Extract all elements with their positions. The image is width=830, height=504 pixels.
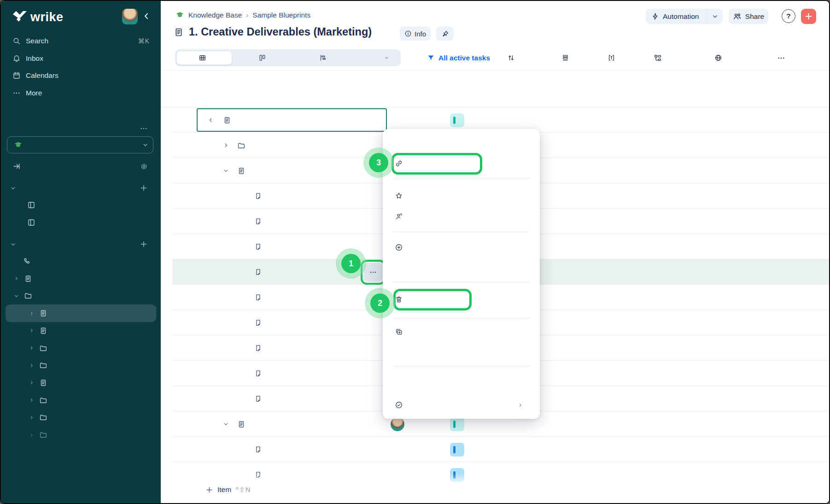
filter-all-active-tasks[interactable]: All active tasks [427, 49, 490, 66]
menu-item-star[interactable] [383, 188, 540, 204]
sidebar-item-4-task-based-ticket-[interactable] [1, 357, 161, 374]
chevron-right-icon [29, 363, 34, 368]
status-badge[interactable] [450, 437, 464, 462]
space-selector[interactable] [7, 136, 153, 153]
sidebar-item-inbox[interactable]: Inbox [1, 50, 161, 67]
status-badge-pill[interactable] [450, 417, 464, 431]
menu-item-save-as-blueprint[interactable] [383, 341, 540, 357]
project-icon [174, 27, 184, 37]
status-badge-pill[interactable] [450, 113, 464, 127]
tab-gantt-chart[interactable] [286, 49, 364, 66]
grad-cap-icon [175, 11, 184, 19]
sidebar-item-search[interactable]: Search⌘K [1, 32, 161, 50]
row-number [175, 411, 193, 437]
menu-divider [393, 318, 530, 318]
share-button[interactable]: Share [729, 9, 768, 24]
dots-icon [140, 124, 148, 133]
menu-divider [393, 282, 530, 282]
chevron-down-icon [14, 293, 19, 299]
board-icon [27, 218, 36, 227]
sidebar-item-space-overview[interactable] [1, 158, 161, 175]
breadcrumb-knowledge-base[interactable]: Knowledge Base [188, 11, 242, 19]
add-button[interactable] [801, 9, 816, 24]
menu-item-rename[interactable] [383, 376, 540, 393]
view-tabs [175, 49, 401, 66]
dots-icon [12, 89, 21, 97]
tab-board[interactable] [241, 49, 287, 66]
menu-item-add-subitem[interactable] [383, 239, 540, 256]
toolbar-public-link[interactable] [714, 49, 726, 66]
sidebar-item-2-phased-campaign-[interactable] [1, 322, 161, 340]
menu-item-duplicate[interactable] [383, 323, 540, 340]
menu-item-view-details[interactable] [383, 135, 540, 151]
sidebar-item-ask-my-consultant[interactable] [1, 252, 161, 270]
chevron-down-icon[interactable] [223, 158, 229, 183]
breadcrumb-sample-blueprints[interactable]: Sample Blueprints [252, 11, 310, 19]
info-icon [404, 30, 412, 37]
row-number [175, 361, 193, 386]
globe-icon [714, 54, 722, 62]
toolbar-subitems[interactable] [654, 49, 666, 66]
menu-item-change-status[interactable] [383, 397, 540, 413]
toolbar-group[interactable] [561, 49, 573, 66]
board-icon [27, 201, 36, 209]
task-icon [254, 386, 262, 411]
dots-icon [777, 54, 785, 62]
toolbar-fields[interactable] [608, 49, 619, 66]
fields-icon [608, 54, 615, 62]
sidebar-item-sample-blueprints[interactable] [1, 287, 161, 305]
tab-all[interactable] [370, 49, 399, 66]
task-icon [254, 361, 262, 386]
phone-icon [23, 257, 32, 265]
status-bar [453, 446, 456, 453]
menu-item-add-to-my-to-do[interactable] [383, 208, 540, 225]
plus-icon [140, 240, 148, 248]
sidebar-item-7-hybrid-agile-waterf-[interactable] [1, 409, 161, 426]
toolbar-priority[interactable] [507, 49, 519, 66]
sidebar-item-6-sprint-developmen-[interactable] [1, 392, 161, 409]
sidebar-item-knowledge-base[interactable] [1, 270, 161, 287]
sidebar-tool-item[interactable] [1, 214, 161, 231]
sidebar-item-more[interactable]: More [1, 84, 161, 102]
sidebar-item-5-waterfall-developm-[interactable] [1, 374, 161, 392]
wrike-window: wrike Search⌘KInboxCalendarsMore Knowled… [0, 0, 830, 504]
menu-divider [393, 232, 530, 232]
automation-button[interactable]: Automation [646, 9, 723, 24]
tab-table[interactable] [176, 51, 232, 65]
annotation-box-copy-link [392, 153, 482, 175]
sidebar-item-calendars[interactable]: Calendars [1, 67, 161, 84]
toolbar-more[interactable] [777, 49, 785, 66]
duration [640, 310, 685, 335]
sidebar-item-8-pmo-structure-por-[interactable] [1, 426, 161, 444]
automation-caret-button[interactable] [707, 13, 723, 19]
add-item-button[interactable]: Item ^⇧N [205, 486, 251, 494]
sidebar-item-3-services-timeline-[interactable] [1, 340, 161, 357]
info-button[interactable]: Info [400, 27, 431, 41]
chevron-down-icon[interactable] [223, 411, 229, 437]
group-icon [561, 54, 569, 62]
board-cols-icon [258, 54, 266, 62]
row-number [175, 437, 193, 462]
sidebar-tool-item[interactable] [1, 196, 161, 214]
projects-section-header[interactable] [1, 235, 161, 253]
check-circle-icon [394, 401, 404, 409]
pin-button[interactable] [436, 27, 454, 41]
space-section-header [1, 120, 161, 137]
menu-divider [393, 366, 530, 366]
duration [640, 209, 685, 234]
row-number [175, 133, 193, 158]
overview-icon [12, 162, 21, 170]
sidebar-item-label: Search [26, 37, 48, 45]
status-badge-pill[interactable] [450, 443, 464, 457]
table-row-25[interactable] [161, 437, 829, 462]
menu-item-outdent[interactable] [383, 259, 540, 275]
sidebar-item-1-creative-deliverabl-[interactable] [6, 305, 156, 322]
sidebar-collapse-button[interactable] [142, 11, 151, 21]
chevron-right-icon [29, 380, 34, 385]
user-avatar[interactable] [122, 9, 138, 24]
help-button[interactable]: ? [782, 9, 795, 23]
duration [640, 183, 685, 209]
tools-section-header[interactable] [1, 179, 161, 197]
people-icon [733, 12, 742, 21]
chevron-right-icon[interactable] [223, 133, 229, 158]
